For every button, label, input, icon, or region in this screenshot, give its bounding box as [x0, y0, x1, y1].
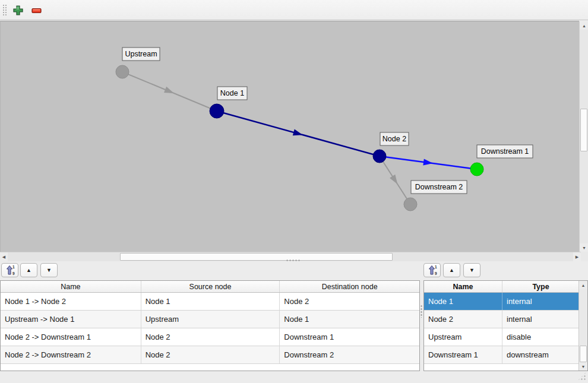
table-row[interactable]: Upstream -> Node 1 Upstream Node 1	[1, 311, 419, 328]
table-row-selected[interactable]: Node 1 internal	[424, 293, 579, 311]
table-row[interactable]: Node 2 -> Downstream 1 Node 2 Downstream…	[1, 328, 419, 346]
red-minus-icon	[31, 7, 42, 14]
node-type-cell[interactable]: disable	[502, 328, 579, 346]
canvas-hscroll-thumb[interactable]	[120, 253, 393, 261]
add-node-button[interactable]	[10, 3, 26, 18]
move-edge-down-button[interactable]: ▼	[40, 263, 58, 277]
node-label-text: Downstream 2	[415, 183, 463, 191]
svg-text:9: 9	[435, 271, 437, 276]
down-triangle-icon: ▼	[46, 268, 52, 273]
canvas-vertical-scrollbar[interactable]: ▲ ▼	[579, 21, 588, 252]
edge-source-cell[interactable]: Upstream	[141, 311, 280, 328]
column-header-source-node[interactable]: Source node	[141, 281, 280, 292]
node-label-text: Upstream	[125, 50, 157, 58]
up-triangle-icon: ▲	[449, 268, 454, 273]
edge-arrow-icon	[390, 175, 397, 184]
table-row[interactable]: Upstream disable	[424, 328, 579, 346]
edge-name-cell[interactable]: Node 2 -> Downstream 1	[1, 328, 141, 346]
up-triangle-icon: ▲	[26, 268, 31, 273]
scrollbar-corner	[581, 252, 588, 261]
edges-table-header: Name Source node Destination node	[1, 281, 419, 293]
sort-nodes-button[interactable]: 1 9	[423, 263, 441, 277]
green-plus-icon	[13, 5, 23, 15]
edge-source-cell[interactable]: Node 2	[141, 346, 280, 363]
edge-arrow-icon	[423, 159, 433, 165]
node-name-cell[interactable]: Node 2	[424, 311, 502, 328]
edge-source-cell[interactable]: Node 2	[141, 328, 280, 346]
graph-node-node2[interactable]	[373, 150, 386, 163]
move-node-down-button[interactable]: ▼	[463, 263, 480, 277]
edge-name-cell[interactable]: Node 1 -> Node 2	[1, 293, 141, 310]
remove-node-button[interactable]	[29, 3, 45, 18]
node-label-text: Downstream 1	[481, 147, 529, 156]
main-toolbar	[0, 0, 588, 20]
column-header-name[interactable]: Name	[1, 281, 141, 292]
sort-edges-button[interactable]: 1 9	[1, 263, 18, 277]
nodes-table: Name Type Node 1 internal Node 2 interna…	[423, 280, 588, 371]
node-name-cell[interactable]: Downstream 1	[424, 346, 502, 363]
edge-name-cell[interactable]: Upstream -> Node 1	[1, 311, 141, 328]
edge-destination-cell[interactable]: Node 2	[280, 293, 419, 310]
node-type-cell[interactable]: downstream	[502, 346, 579, 363]
down-triangle-icon: ▼	[469, 268, 475, 273]
svg-text:9: 9	[12, 271, 15, 276]
svg-text:1: 1	[435, 265, 437, 269]
svg-text:1: 1	[12, 265, 15, 269]
edge-arrow-icon	[293, 129, 303, 136]
move-edge-up-button[interactable]: ▲	[20, 263, 37, 277]
canvas-vscroll-thumb[interactable]	[580, 109, 587, 151]
scroll-left-arrow-icon[interactable]: ◀	[0, 252, 8, 261]
graph-node-downstream1[interactable]	[470, 163, 483, 176]
scroll-down-arrow-icon[interactable]: ▼	[580, 243, 588, 252]
toolbar-drag-handle[interactable]	[2, 4, 8, 17]
horizontal-splitter-handle[interactable]	[286, 259, 301, 262]
node-type-cell[interactable]: internal	[502, 311, 579, 328]
scroll-up-arrow-icon[interactable]: ▲	[579, 281, 587, 289]
edge-name-cell[interactable]: Node 2 -> Downstream 2	[1, 346, 141, 363]
table-row[interactable]: Downstream 1 downstream	[424, 346, 579, 364]
scroll-up-arrow-icon[interactable]: ▲	[580, 21, 588, 30]
table-row[interactable]: Node 1 -> Node 2 Node 1 Node 2	[1, 293, 419, 311]
nodes-table-vertical-scrollbar[interactable]: ▲ ▼	[578, 281, 587, 371]
scroll-right-arrow-icon[interactable]: ▶	[573, 252, 581, 261]
scroll-down-arrow-icon[interactable]: ▼	[579, 362, 587, 371]
column-header-name[interactable]: Name	[424, 281, 502, 292]
table-row[interactable]: Node 2 -> Downstream 2 Node 2 Downstream…	[1, 346, 419, 364]
nodes-table-vscroll-thumb[interactable]	[580, 346, 587, 362]
graph-node-upstream[interactable]	[116, 65, 129, 78]
graph-canvas[interactable]: UpstreamNode 1Node 2Downstream 1Downstre…	[0, 21, 579, 252]
column-header-type[interactable]: Type	[502, 281, 579, 292]
graph-svg: UpstreamNode 1Node 2Downstream 1Downstre…	[1, 21, 579, 252]
edge-destination-cell[interactable]: Node 1	[280, 311, 419, 328]
move-node-up-button[interactable]: ▲	[443, 263, 460, 277]
window-resize-grip[interactable]	[577, 372, 587, 381]
column-header-destination-node[interactable]: Destination node	[280, 281, 419, 292]
node-label-text: Node 1	[220, 89, 244, 97]
graph-node-downstream2[interactable]	[404, 198, 417, 211]
node-type-cell[interactable]: internal	[502, 293, 579, 310]
edge-destination-cell[interactable]: Downstream 2	[280, 346, 419, 363]
table-row[interactable]: Node 2 internal	[424, 311, 579, 328]
sort-ascending-icon: 1 9	[428, 265, 437, 276]
graph-node-node1[interactable]	[210, 104, 224, 118]
edge-source-cell[interactable]: Node 1	[141, 293, 280, 310]
node-label-text: Node 2	[382, 135, 406, 143]
node-name-cell[interactable]: Node 1	[424, 293, 502, 310]
sort-ascending-icon: 1 9	[5, 265, 15, 276]
edge-arrow-icon	[164, 87, 174, 93]
nodes-table-header: Name Type	[424, 281, 579, 293]
edge-destination-cell[interactable]: Downstream 1	[280, 328, 419, 346]
edges-table: Name Source node Destination node Node 1…	[0, 280, 420, 371]
node-name-cell[interactable]: Upstream	[424, 328, 502, 346]
